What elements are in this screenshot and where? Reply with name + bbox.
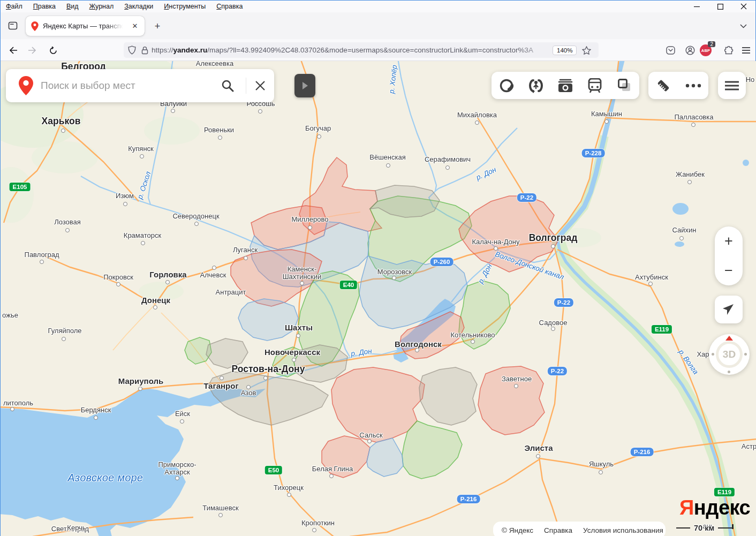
zoom-in-button[interactable]: + <box>715 227 743 256</box>
transport-bus-icon[interactable] <box>581 72 609 99</box>
shield-icon[interactable] <box>128 46 136 55</box>
city-dot <box>65 228 70 232</box>
city-label: Купянск <box>128 145 154 153</box>
back-button[interactable] <box>6 43 21 58</box>
app-menu-icon[interactable] <box>738 43 753 58</box>
city-dot <box>687 180 692 184</box>
more-ellipsis-icon[interactable] <box>679 72 707 99</box>
city-label: Алексеевка <box>196 61 233 67</box>
play-arrow-icon <box>302 82 308 89</box>
panel-expand-button[interactable] <box>294 74 315 97</box>
firefox-view-icon[interactable] <box>5 18 21 34</box>
city-label: Сайхин <box>672 227 697 234</box>
menu-item[interactable]: Закладки <box>124 3 153 10</box>
menu-item[interactable]: Вид <box>66 3 79 10</box>
map-menu-button[interactable] <box>718 72 746 99</box>
minimize-button[interactable] <box>685 1 708 12</box>
attribution-link[interactable]: Справка <box>544 526 572 534</box>
city-label: Садовое <box>539 319 568 327</box>
city-dot <box>141 241 145 245</box>
city-label: Луганск <box>233 246 258 254</box>
city-label: Ровеньки <box>204 126 234 134</box>
page-zoom-badge[interactable]: 140% <box>553 46 577 55</box>
city-dot <box>263 376 268 380</box>
street-view-icon[interactable] <box>522 72 550 99</box>
menu-item[interactable]: Файл <box>6 3 22 10</box>
road-badge: Р-22 <box>554 298 573 307</box>
yandex-logo[interactable]: Яндекс <box>679 496 750 519</box>
panorama-icon[interactable] <box>493 72 520 99</box>
photos-camera-icon[interactable] <box>551 72 579 99</box>
map-pin-icon <box>19 76 33 95</box>
city-dot <box>494 246 498 251</box>
bookmark-star-icon[interactable] <box>582 46 591 55</box>
menu-item[interactable]: Журнал <box>89 3 114 10</box>
account-icon[interactable] <box>683 43 698 58</box>
city-label: Горловка <box>149 270 186 280</box>
city-label: Жанибек <box>676 171 705 178</box>
city-label: Сальск <box>359 432 382 439</box>
city-label: Шахты <box>285 323 313 333</box>
menu-item[interactable]: Правка <box>33 3 56 10</box>
city-label: Морозовск <box>377 268 412 276</box>
road-badge: Р-228 <box>582 149 605 157</box>
city-dot <box>138 387 142 391</box>
menu-item[interactable]: Справка <box>216 3 243 10</box>
city-dot <box>10 407 14 411</box>
reload-button[interactable] <box>46 43 61 58</box>
attribution-link[interactable]: Условия использования <box>583 526 663 534</box>
pocket-icon[interactable] <box>663 43 678 58</box>
layers-copy-icon[interactable] <box>610 72 638 99</box>
city-label: Но <box>746 76 755 84</box>
menu-item[interactable]: Инструменты <box>164 3 206 10</box>
city-label: Палласовка <box>675 114 714 121</box>
road-badge: Е50 <box>265 466 282 474</box>
new-tab-button[interactable]: + <box>150 19 164 33</box>
city-dot <box>604 119 609 124</box>
city-dot <box>691 123 695 127</box>
extensions-puzzle-icon[interactable] <box>721 43 736 58</box>
lock-icon[interactable] <box>141 46 148 55</box>
adblock-icon[interactable]: ABP 2 <box>698 43 713 58</box>
city-label: Приморско- Ахтарск <box>158 461 196 477</box>
city-dot <box>599 470 603 474</box>
ruler-icon[interactable] <box>649 72 677 99</box>
search-input[interactable] <box>41 80 214 92</box>
search-close-button[interactable] <box>246 69 274 102</box>
city-label: Миллерово <box>292 216 329 223</box>
close-button[interactable] <box>732 1 755 12</box>
compass-3d-control[interactable]: 3D <box>709 334 750 375</box>
city-label: Бердянск <box>81 406 111 414</box>
list-all-tabs-icon[interactable] <box>736 19 750 33</box>
maximize-button[interactable] <box>708 1 732 12</box>
city-label: Гуляйполе <box>48 327 81 335</box>
forward-button[interactable] <box>25 43 40 58</box>
city-dot <box>218 513 223 517</box>
compass-3d-label[interactable]: 3D <box>716 341 743 368</box>
search-icon <box>221 79 234 92</box>
city-label: Новочеркасск <box>264 348 320 357</box>
map-canvas[interactable]: .pg{stroke-width:1.5;} .pk{fill:rgba(236… <box>1 61 756 536</box>
city-label: Яшкуль <box>589 460 614 468</box>
city-label: Краматорск <box>124 232 161 239</box>
tab-close-icon[interactable]: ✕ <box>130 21 140 32</box>
city-dot <box>116 282 120 286</box>
city-dot <box>171 109 175 113</box>
search-box[interactable] <box>6 69 274 102</box>
city-label: Таганрог <box>203 382 238 391</box>
city-label: Харьков <box>42 116 81 126</box>
compass-north-icon <box>725 336 733 341</box>
city-dot <box>308 225 312 230</box>
search-submit-button[interactable] <box>214 69 241 102</box>
url-bar[interactable]: https://yandex.ru/maps/?ll=43.992409%2C4… <box>124 42 599 58</box>
city-dot <box>329 474 334 478</box>
locate-me-button[interactable] <box>715 296 743 323</box>
tab-yandex-maps[interactable]: Яндекс Карты — транспорт, н ✕ <box>26 16 145 36</box>
districts-overlay[interactable]: .pg{stroke-width:1.5;} .pk{fill:rgba(236… <box>1 61 756 536</box>
city-label: Хар <box>697 351 709 358</box>
city-dot <box>165 280 170 284</box>
city-label: Серафимович <box>425 156 471 163</box>
zoom-out-button[interactable]: − <box>715 256 743 285</box>
attribution-link[interactable]: © Яндекс <box>502 526 533 534</box>
road-badge: Е40 <box>340 281 357 289</box>
